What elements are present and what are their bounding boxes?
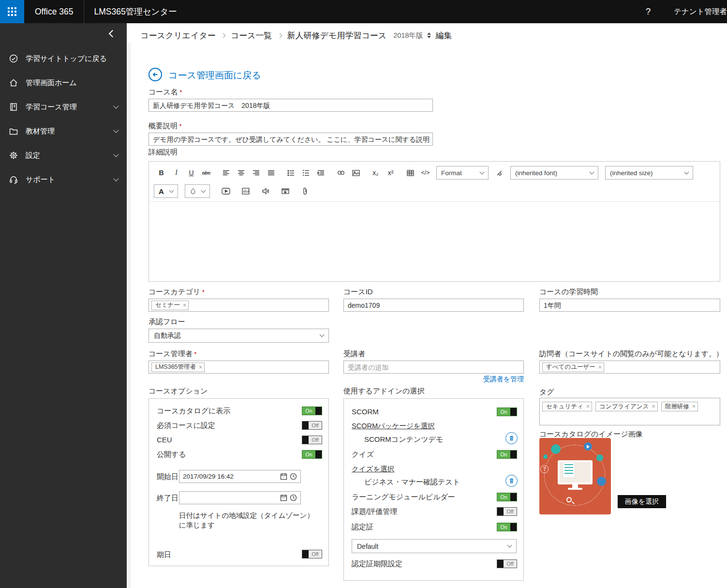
calendar-icon[interactable]	[280, 473, 287, 480]
show-in-catalog-toggle[interactable]: On	[302, 407, 322, 415]
superscript-button[interactable]: x²	[384, 166, 397, 179]
end-date-input[interactable]	[179, 491, 301, 504]
sidebar-item-back-to-site[interactable]: 学習サイトトップに戻る	[0, 46, 127, 71]
approval-flow-select[interactable]: 自動承認	[148, 329, 329, 343]
remove-tag-icon[interactable]	[586, 403, 590, 410]
start-date-input[interactable]: 2017/09/29 16:42	[179, 470, 301, 483]
insert-document-button[interactable]	[239, 185, 252, 197]
bold-button[interactable]: B	[155, 166, 168, 179]
indent-button[interactable]	[314, 166, 327, 179]
publish-label: 公開する	[157, 450, 186, 459]
paint-drop-icon	[190, 188, 196, 195]
course-catalog-image[interactable]	[539, 438, 611, 514]
app-launcher-button[interactable]	[0, 0, 24, 23]
category-input[interactable]: セミナー	[148, 299, 329, 312]
sidebar-item-course-admin[interactable]: 学習コース管理	[0, 95, 127, 119]
insert-video-button[interactable]	[219, 185, 232, 197]
scorm-label: SCORM	[352, 407, 379, 416]
attach-file-button[interactable]	[298, 185, 312, 197]
insert-image-button[interactable]	[349, 166, 362, 179]
back-to-course-admin-link[interactable]: コース管理画面に戻る	[168, 69, 261, 82]
course-id-input[interactable]: demo1709	[343, 299, 524, 312]
remove-tag-icon[interactable]	[199, 364, 202, 371]
sidebar-item-settings[interactable]: 設定	[0, 143, 127, 167]
editor-content-area[interactable]	[149, 202, 720, 281]
ceu-toggle[interactable]: Off	[302, 436, 322, 444]
remove-scorm-button[interactable]	[505, 432, 518, 444]
detail-label: 詳細説明	[148, 148, 178, 157]
visitors-chip: すべてのユーザー	[542, 362, 604, 372]
breadcrumb-course-name[interactable]: 新人研修デモ用学習コース	[287, 30, 387, 41]
clock-icon[interactable]	[290, 473, 297, 480]
sidebar-item-materials[interactable]: 教材管理	[0, 119, 127, 143]
breadcrumb-course-list[interactable]: コース一覧	[231, 30, 272, 41]
sidebar-item-admin-home[interactable]: 管理画面ホーム	[0, 71, 127, 95]
summary-input[interactable]: デモ用の学習コースです。ぜひ受講してみてください。 ここに、学習コースに関する説…	[148, 133, 433, 146]
top-bar: Office 365 LMS365管理センター ? テナント管理者	[0, 0, 727, 23]
sidebar-item-support[interactable]: サポート	[0, 167, 127, 192]
quiz-toggle[interactable]: On	[497, 450, 517, 459]
remove-quiz-button[interactable]	[505, 475, 518, 487]
sidebar-collapse-icon[interactable]	[109, 30, 117, 38]
manage-learners-link[interactable]: 受講者を管理	[343, 375, 524, 384]
due-date-toggle[interactable]: Off	[302, 550, 322, 558]
chevron-down-icon	[480, 169, 485, 174]
help-button[interactable]: ?	[636, 0, 660, 23]
align-left-button[interactable]	[220, 166, 233, 179]
due-date-label: 期日	[157, 550, 171, 559]
publish-toggle[interactable]: On	[302, 450, 322, 459]
clock-icon[interactable]	[290, 494, 297, 501]
italic-button[interactable]: I	[170, 166, 183, 179]
learners-input[interactable]: 受講者の追加	[343, 361, 524, 374]
visitors-input[interactable]: すべてのユーザー	[539, 361, 720, 374]
align-center-button[interactable]	[235, 166, 248, 179]
highlight-color-dropdown[interactable]	[185, 184, 210, 198]
underline-button[interactable]: U	[185, 166, 198, 179]
course-options-box: コースカタログに表示 On 必須コースに設定 Off CEU Off 公開する …	[148, 398, 329, 566]
learning-module-builder-toggle[interactable]: On	[497, 493, 517, 501]
breadcrumb-version[interactable]: 2018年版	[393, 31, 423, 40]
required-course-toggle[interactable]: Off	[302, 421, 322, 430]
tags-input[interactable]: セキュリティ コンプライアンス 階層研修	[539, 398, 720, 425]
account-name[interactable]: テナント管理者	[674, 7, 727, 17]
subscript-button[interactable]: x₂	[369, 166, 382, 179]
scorm-toggle[interactable]: On	[497, 407, 517, 416]
select-scorm-package-link[interactable]: SCORMパッケージを選択	[352, 422, 435, 431]
align-justify-button[interactable]	[265, 166, 278, 179]
version-spinner-icon[interactable]	[427, 32, 431, 38]
course-name-input[interactable]: 新人研修デモ用学習コース 2018年版	[148, 99, 433, 112]
decorative-circle	[551, 444, 561, 454]
remove-tag-icon[interactable]	[652, 403, 655, 410]
remove-tag-icon[interactable]	[692, 403, 696, 410]
remove-tag-icon[interactable]	[598, 364, 602, 371]
calendar-icon[interactable]	[280, 494, 287, 501]
select-image-button[interactable]: 画像を選択	[618, 495, 666, 508]
clear-formatting-button[interactable]	[493, 166, 506, 179]
sidebar-item-label: 設定	[26, 151, 40, 160]
back-button[interactable]	[148, 68, 162, 81]
font-color-dropdown[interactable]: A	[154, 184, 178, 198]
insert-link-button[interactable]	[334, 166, 347, 179]
course-admin-input[interactable]: LMS365管理者	[148, 361, 329, 374]
font-size-dropdown[interactable]: (inherited size)	[605, 166, 693, 180]
align-right-button[interactable]	[250, 166, 263, 179]
certificate-template-select[interactable]: Default	[352, 539, 517, 553]
strikethrough-button[interactable]: abc	[200, 166, 213, 179]
certificate-toggle[interactable]: On	[497, 523, 517, 531]
assignments-toggle[interactable]: Off	[497, 507, 517, 516]
code-view-button[interactable]: </>	[419, 166, 432, 179]
insert-table-button[interactable]	[404, 166, 417, 179]
format-dropdown[interactable]: Format	[436, 166, 489, 180]
editor-toolbar: B I U abc x₂ x² <	[149, 162, 720, 202]
font-family-dropdown[interactable]: (inherited font)	[510, 166, 598, 180]
bullet-list-button[interactable]	[284, 166, 297, 179]
numbered-list-button[interactable]	[299, 166, 312, 179]
remove-tag-icon[interactable]	[183, 302, 186, 309]
certificate-expiry-toggle[interactable]: Off	[497, 559, 517, 568]
select-quiz-link[interactable]: クイズを選択	[352, 465, 394, 474]
duration-input[interactable]: 1年間	[539, 299, 720, 312]
insert-audio-button[interactable]	[259, 185, 272, 197]
insert-media-button[interactable]	[279, 185, 292, 197]
breadcrumb-course-creator[interactable]: コースクリエイター	[140, 30, 216, 41]
office365-brand[interactable]: Office 365	[35, 7, 73, 17]
